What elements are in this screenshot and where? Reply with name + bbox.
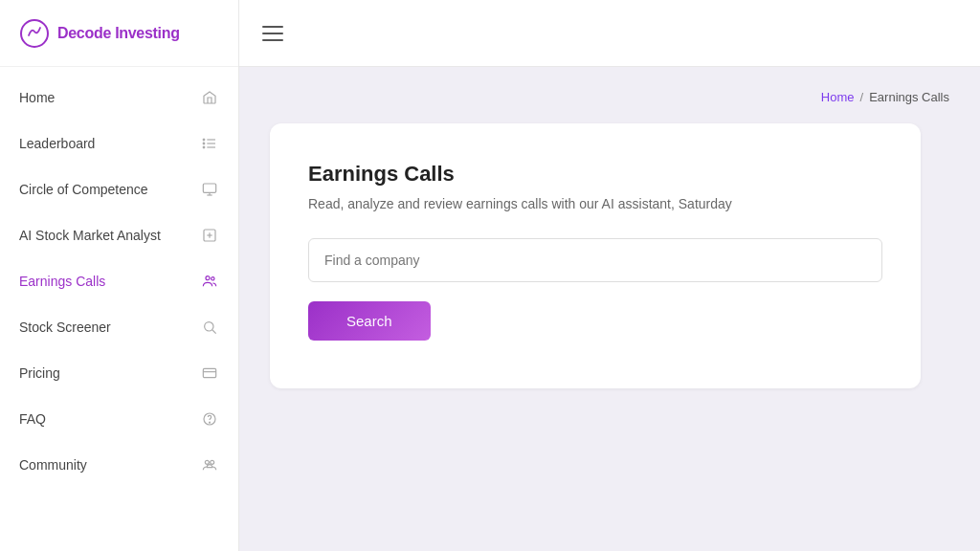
community-icon	[200, 455, 219, 474]
svg-rect-17	[203, 368, 215, 377]
hamburger-button[interactable]	[262, 26, 283, 41]
breadcrumb-separator: /	[860, 90, 864, 104]
sidebar-item-circle-of-competence[interactable]: Circle of Competence	[0, 166, 238, 212]
svg-point-0	[21, 20, 48, 47]
card-subtitle: Read, analyze and review earnings calls …	[308, 196, 882, 211]
plus-box-icon	[200, 226, 219, 245]
content-area: Home / Earnings Calls Earnings Calls Rea…	[239, 67, 980, 551]
sidebar-item-pricing[interactable]: Pricing	[0, 350, 238, 396]
list-icon	[200, 134, 219, 153]
sidebar-item-leaderboard[interactable]: Leaderboard	[0, 121, 238, 166]
company-search-input[interactable]	[308, 238, 882, 282]
sidebar-item-faq[interactable]: FAQ	[0, 396, 238, 442]
svg-line-16	[212, 330, 216, 334]
card-icon	[200, 364, 219, 383]
logo: Decode Investing	[0, 0, 238, 67]
home-icon	[200, 88, 219, 107]
card-title: Earnings Calls	[308, 162, 882, 187]
svg-point-4	[203, 139, 205, 141]
sidebar-item-community[interactable]: Community	[0, 442, 238, 488]
svg-point-20	[210, 422, 211, 423]
sidebar-nav: Home Leaderboard Circle of Competence	[0, 67, 238, 551]
search-icon	[200, 318, 219, 337]
svg-point-5	[203, 143, 205, 144]
sidebar-item-ai-stock-analyst[interactable]: AI Stock Market Analyst	[0, 212, 238, 258]
svg-rect-7	[203, 184, 215, 192]
svg-point-13	[206, 276, 210, 280]
svg-point-21	[205, 460, 209, 464]
topbar	[239, 0, 980, 67]
svg-point-15	[205, 322, 213, 331]
sidebar-item-home[interactable]: Home	[0, 75, 238, 121]
sidebar: Decode Investing Home Leaderboard Circl	[0, 0, 239, 551]
breadcrumb: Home / Earnings Calls	[270, 90, 949, 104]
people-icon	[200, 272, 219, 291]
monitor-icon	[200, 180, 219, 199]
breadcrumb-home-link[interactable]: Home	[821, 90, 855, 104]
logo-text: Decode Investing	[57, 25, 180, 42]
search-button[interactable]: Search	[308, 301, 431, 341]
breadcrumb-current: Earnings Calls	[869, 90, 949, 104]
main-content: Home / Earnings Calls Earnings Calls Rea…	[239, 0, 980, 551]
logo-icon	[19, 18, 50, 49]
earnings-calls-card: Earnings Calls Read, analyze and review …	[270, 123, 921, 388]
sidebar-item-stock-screener[interactable]: Stock Screener	[0, 304, 238, 350]
question-icon	[200, 409, 219, 429]
svg-point-6	[203, 146, 205, 148]
svg-point-22	[211, 460, 214, 464]
sidebar-item-earnings-calls[interactable]: Earnings Calls	[0, 258, 238, 304]
svg-point-14	[212, 277, 214, 280]
